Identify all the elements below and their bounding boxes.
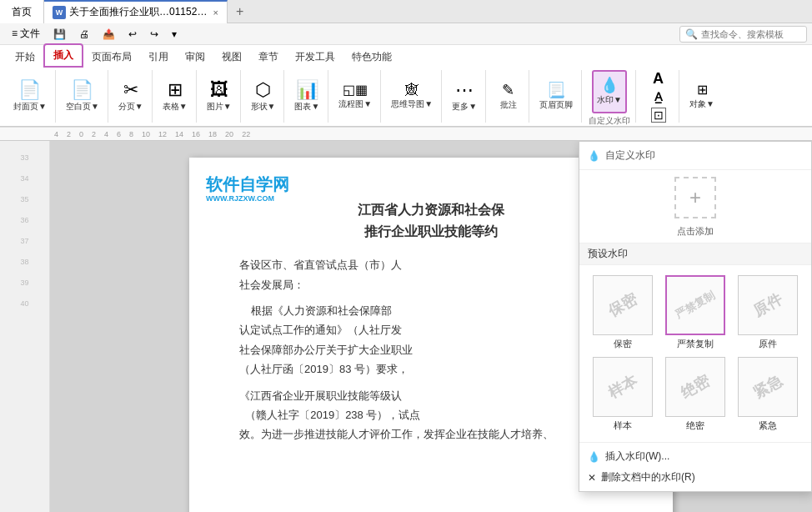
text-underline-icon: A̲ bbox=[654, 90, 663, 103]
tab-reference[interactable]: 引用 bbox=[140, 47, 177, 68]
wm-cell-yang-ben[interactable]: 样本 样本 bbox=[586, 354, 659, 435]
chart-label: 图表▼ bbox=[294, 101, 319, 113]
doc-logo: 软件自学网 WWW.RJZXW.COM bbox=[206, 174, 289, 203]
wm-text-yan-jin: 严禁复制 bbox=[673, 288, 718, 323]
undo-icon: ↩ bbox=[128, 28, 137, 40]
menu-export[interactable]: 📤 bbox=[96, 27, 122, 42]
comment-label: 批注 bbox=[500, 99, 517, 111]
document-canvas[interactable]: 软件自学网 WWW.RJZXW.COM 江西省人力资源和社会保 推行企业职业技能… bbox=[50, 141, 812, 512]
tab-close-button[interactable]: × bbox=[213, 8, 218, 18]
flowchart-icon: ◱▦ bbox=[343, 83, 368, 97]
logo-line1: 软件自学网 bbox=[206, 174, 289, 194]
tab-view[interactable]: 视图 bbox=[213, 47, 250, 68]
search-input[interactable] bbox=[701, 29, 801, 39]
btn-watermark[interactable]: 💧 水印▼ bbox=[592, 70, 627, 113]
tab-special[interactable]: 特色功能 bbox=[343, 47, 400, 68]
watermark-label: 水印▼ bbox=[597, 94, 622, 106]
doc-para1: 各设区市、省直管试点县（市）人社会发展局： bbox=[239, 255, 623, 294]
btn-image[interactable]: 🖼 图片▼ bbox=[203, 75, 235, 118]
doc-para3: 《江西省企业开展职业技能等级认 （赣人社字〔2019〕238 号），试点效。为进… bbox=[239, 386, 623, 444]
object-label: 对象▼ bbox=[689, 98, 714, 110]
btn-header-footer[interactable]: 📃 页眉页脚 bbox=[536, 75, 576, 118]
chart-icon: 📊 bbox=[296, 81, 318, 99]
wm-cell-yan-jin[interactable]: 严禁复制 严禁复制 bbox=[659, 272, 731, 354]
dropdown-header: 💧 自定义水印 bbox=[579, 142, 811, 170]
blank-page-icon: 📄 bbox=[71, 81, 93, 99]
shape-icon: ⬡ bbox=[255, 81, 271, 99]
doc-para2: 根据《人力资源和社会保障部认定试点工作的通知》（人社厅发社会保障部办公厅关于扩大… bbox=[239, 301, 623, 379]
tab-dev-tools[interactable]: 开发工具 bbox=[287, 47, 343, 68]
wm-name-yang-ben: 样本 bbox=[614, 419, 632, 432]
insert-watermark-action[interactable]: 💧 插入水印(W)... bbox=[588, 446, 803, 467]
btn-text-underline[interactable]: A̲ bbox=[651, 88, 666, 105]
group-object: ⊞ 对象▼ bbox=[681, 70, 723, 123]
btn-more[interactable]: ⋯ 更多▼ bbox=[449, 75, 480, 118]
wm-cell-yuan-jian[interactable]: 原件 原件 bbox=[732, 272, 804, 354]
group-break: ✂ 分页▼ bbox=[110, 70, 153, 123]
btn-flowchart[interactable]: ◱▦ 流程图▼ bbox=[335, 75, 375, 118]
btn-comment[interactable]: ✎ 批注 bbox=[494, 75, 524, 118]
dropdown-icon: ▾ bbox=[172, 28, 177, 40]
btn-cover-page[interactable]: 📄 封面页▼ bbox=[10, 75, 50, 118]
tab-start[interactable]: 开始 bbox=[7, 47, 43, 68]
remove-watermark-action[interactable]: ✕ 删除文档中的水印(R) bbox=[588, 467, 803, 488]
menu-dropdown[interactable]: ▾ bbox=[165, 27, 183, 42]
btn-text-a[interactable]: A bbox=[649, 70, 667, 87]
object-icon: ⊞ bbox=[697, 83, 708, 97]
menu-undo[interactable]: ↩ bbox=[122, 27, 143, 42]
ribbon-content: 📄 封面页▼ 📄 空白页▼ ✂ 分页▼ bbox=[0, 67, 812, 127]
group-header: 📃 页眉页脚 bbox=[531, 70, 582, 123]
remove-watermark-label: 删除文档中的水印(R) bbox=[601, 470, 695, 484]
menu-print[interactable]: 🖨 bbox=[73, 27, 96, 42]
doc-tab-title: 关于全面推行企业职…011521571 bbox=[69, 5, 208, 19]
logo-line2: WWW.RJZXW.COM bbox=[206, 194, 289, 203]
doc-body: 各设区市、省直管试点县（市）人社会发展局： 根据《人力资源和社会保障部认定试点工… bbox=[239, 255, 623, 444]
add-watermark-button[interactable]: + bbox=[674, 177, 716, 218]
vertical-ruler: 33 34 35 36 37 38 39 40 bbox=[0, 141, 50, 512]
mindmap-icon: 🕸 bbox=[405, 83, 419, 97]
menu-bar: ≡ 文件 💾 🖨 📤 ↩ ↪ ▾ 🔍 bbox=[0, 23, 812, 45]
tab-chapter[interactable]: 章节 bbox=[250, 47, 287, 68]
group-table: ⊞ 表格▼ bbox=[154, 70, 197, 123]
group-cover: 📄 封面页▼ bbox=[5, 70, 56, 123]
wm-preview-bao-mi: 保密 bbox=[593, 275, 653, 335]
btn-text-box[interactable]: ⊡ bbox=[648, 107, 669, 123]
doc-title-line2: 推行企业职业技能等约 bbox=[239, 221, 623, 243]
btn-mindmap[interactable]: 🕸 思维导图▼ bbox=[388, 75, 436, 118]
ruler-mark: 4 2 0 2 4 6 8 10 12 14 16 18 20 22 bbox=[50, 130, 250, 138]
menu-redo[interactable]: ↪ bbox=[143, 27, 165, 42]
tab-review[interactable]: 审阅 bbox=[177, 47, 213, 68]
wm-cell-ji-ji[interactable]: 紧急 紧急 bbox=[732, 354, 804, 435]
wm-name-jue-mi: 绝密 bbox=[686, 419, 704, 432]
tab-insert[interactable]: 插入 bbox=[43, 43, 83, 68]
btn-chart[interactable]: 📊 图表▼ bbox=[291, 75, 323, 118]
menu-file[interactable]: ≡ 文件 bbox=[5, 25, 47, 43]
btn-table[interactable]: ⊞ 表格▼ bbox=[159, 75, 191, 118]
add-icon: + bbox=[689, 186, 701, 209]
btn-shape[interactable]: ⬡ 形状▼ bbox=[248, 75, 279, 118]
doc-title: 江西省人力资源和社会保 推行企业职业技能等约 bbox=[239, 199, 623, 242]
wm-cell-bao-mi[interactable]: 保密 保密 bbox=[586, 272, 659, 354]
text-box-icon: ⊡ bbox=[651, 108, 666, 123]
tab-document[interactable]: W 关于全面推行企业职…011521571 × bbox=[44, 0, 228, 23]
doc-tab-icon: W bbox=[53, 6, 66, 19]
btn-object[interactable]: ⊞ 对象▼ bbox=[686, 75, 718, 118]
image-label: 图片▼ bbox=[207, 101, 232, 113]
print-icon: 🖨 bbox=[79, 28, 89, 40]
tab-home[interactable]: 首页 bbox=[0, 0, 44, 23]
btn-blank-page[interactable]: 📄 空白页▼ bbox=[63, 75, 103, 118]
search-box[interactable]: 🔍 bbox=[679, 26, 807, 43]
page-break-icon: ✂ bbox=[123, 81, 138, 99]
menu-save[interactable]: 💾 bbox=[47, 27, 73, 42]
cover-page-icon: 📄 bbox=[18, 81, 41, 99]
tab-page-layout[interactable]: 页面布局 bbox=[83, 47, 140, 68]
btn-page-break[interactable]: ✂ 分页▼ bbox=[115, 75, 147, 118]
group-image: 🖼 图片▼ bbox=[198, 70, 241, 123]
add-watermark-label: 点击添加 bbox=[579, 225, 811, 243]
wm-preview-yan-jin: 严禁复制 bbox=[665, 275, 725, 335]
wm-preview-ji-ji: 紧急 bbox=[738, 357, 798, 417]
wm-name-yuan-jian: 原件 bbox=[759, 338, 777, 350]
new-tab-button[interactable]: + bbox=[228, 0, 252, 23]
wm-preview-yang-ben: 样本 bbox=[593, 357, 653, 417]
wm-cell-jue-mi[interactable]: 绝密 绝密 bbox=[659, 354, 731, 435]
